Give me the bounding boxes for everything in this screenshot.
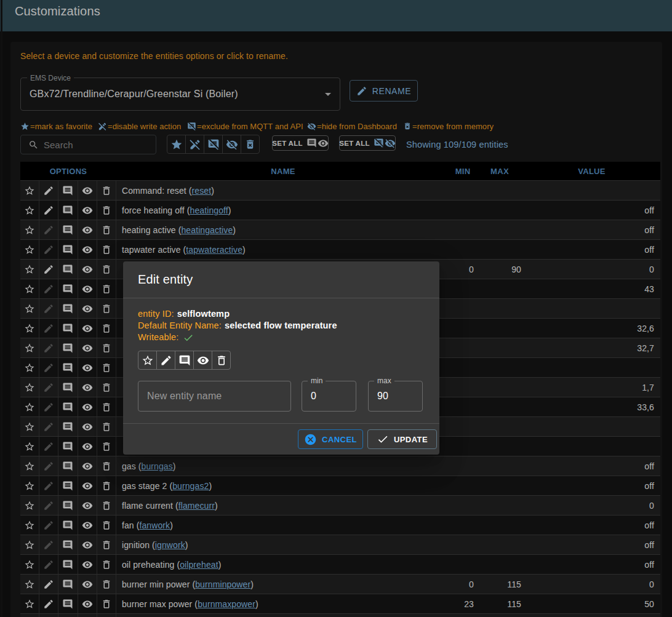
check-icon — [183, 332, 194, 343]
min-field[interactable]: min — [302, 381, 356, 412]
dialog-content: entity ID: selflowtemp Default Entity Na… — [123, 298, 439, 344]
max-field[interactable]: max — [368, 381, 423, 412]
writeable-line: Writeable: — [138, 332, 425, 343]
dialog-toggle-group — [138, 351, 231, 370]
default-entity-name-value: selected flow temperature — [225, 320, 337, 332]
visibility-icon — [197, 354, 209, 367]
dialog-remove-memory-toggle[interactable] — [212, 351, 231, 370]
new-entity-name-input[interactable] — [138, 381, 290, 411]
cancel-button-label: CANCEL — [322, 435, 357, 444]
max-field-label: max — [374, 377, 394, 385]
new-entity-name-field[interactable] — [138, 381, 291, 412]
dialog-hide-dashboard-toggle[interactable] — [193, 351, 212, 370]
writeable-label: Writeable: — [138, 332, 179, 343]
star-icon — [142, 354, 154, 367]
dialog-disable-write-toggle[interactable] — [156, 351, 175, 370]
cancel-button[interactable]: CANCEL — [298, 429, 363, 449]
comment-icon — [178, 354, 191, 367]
min-field-label: min — [308, 377, 326, 385]
edit-icon — [160, 354, 172, 367]
max-input[interactable] — [369, 381, 422, 411]
dialog-title: Edit entity — [123, 261, 439, 298]
delete-icon — [215, 354, 228, 367]
default-entity-name-label: Default Entity Name: — [138, 320, 222, 332]
entity-id-label: entity ID: — [138, 308, 174, 320]
entity-id-value: selflowtemp — [177, 308, 230, 320]
default-entity-name-line: Default Entity Name: selected flow tempe… — [138, 320, 425, 332]
done-icon — [377, 433, 389, 445]
min-input[interactable] — [302, 381, 356, 411]
dialog-favorite-toggle[interactable] — [138, 351, 157, 370]
dialog-actions: CANCEL UPDATE — [123, 423, 439, 455]
update-button[interactable]: UPDATE — [367, 429, 437, 449]
cancel-icon — [304, 433, 317, 446]
edit-entity-dialog: Edit entity entity ID: selflowtemp Defau… — [123, 261, 439, 455]
update-button-label: UPDATE — [394, 435, 428, 444]
entity-id-line: entity ID: selflowtemp — [138, 308, 425, 320]
dialog-exclude-mqtt-toggle[interactable] — [175, 351, 194, 370]
